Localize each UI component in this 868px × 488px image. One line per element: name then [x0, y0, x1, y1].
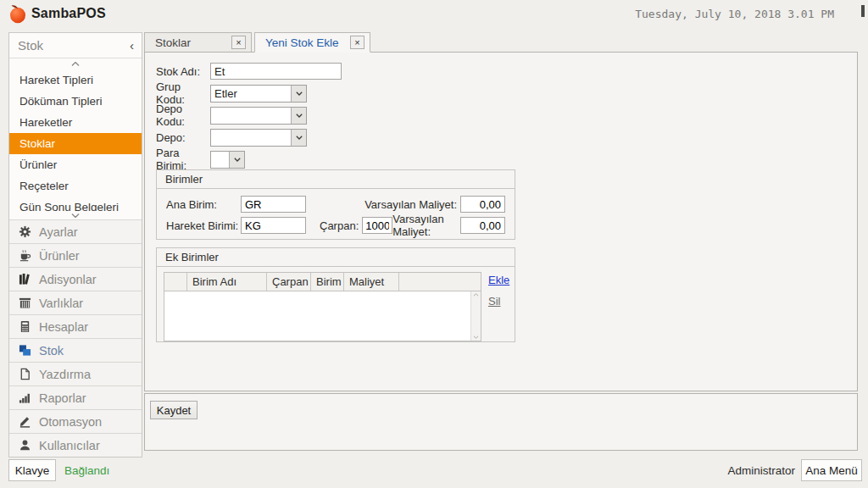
sidebar-section-urunler[interactable]: Ürünler: [9, 243, 142, 267]
close-icon[interactable]: ×: [350, 36, 364, 49]
sidebar-section-adisyonlar[interactable]: Adisyonlar: [9, 267, 142, 291]
field-row-group-code: Grup Kodu: Etler: [156, 85, 342, 102]
chevron-down-icon[interactable]: [229, 152, 244, 168]
combobox-value: [211, 130, 291, 146]
sidebar-section-kullanicilar[interactable]: Kullanıcılar: [9, 433, 142, 457]
default-cost-label: Varsayılan Maliyet:: [392, 213, 457, 238]
pepper-logo-icon: [8, 3, 27, 24]
field-row-warehouse-code: Depo Kodu:: [156, 107, 342, 124]
coffee-cup-icon: [18, 249, 31, 263]
stock-name-input[interactable]: [210, 63, 342, 80]
gear-icon: [18, 225, 31, 239]
books-icon: [18, 273, 31, 286]
chevron-down-icon[interactable]: [291, 108, 306, 124]
sidebar-section-raporlar[interactable]: Raporlar: [9, 385, 142, 409]
grid-body-empty[interactable]: [164, 291, 481, 341]
main-menu-button[interactable]: Ana Menü: [801, 459, 862, 481]
grid-header-multiplier: Çarpan: [267, 273, 311, 291]
warehouse-label: Depo:: [156, 131, 210, 144]
delete-unit-link[interactable]: Sil: [488, 295, 500, 308]
footer-bar: Klavye Bağlandı Administrator Ana Menü: [0, 458, 868, 488]
default-cost-row1: Varsayılan Maliyet:: [364, 196, 505, 213]
field-row-warehouse: Depo:: [156, 129, 342, 146]
currency-combobox[interactable]: [210, 151, 245, 169]
sidebar-section-otomasyon[interactable]: Otomasyon: [9, 409, 142, 433]
keyboard-button[interactable]: Klavye: [8, 459, 56, 481]
clock-datetime: Tuesday, July 10, 2018 3.01 PM: [635, 8, 834, 20]
add-unit-link[interactable]: Ekle: [488, 274, 509, 286]
stock-form-panel: Stok Adı: Grup Kodu: Etler Depo Kodu: De…: [144, 52, 858, 391]
extra-units-grid: Birim Adı Çarpan Birim Maliyet: [164, 272, 481, 341]
section-label: Stok: [39, 344, 64, 358]
collapse-icon[interactable]: ‹: [130, 39, 134, 52]
section-label: Kullanıcılar: [39, 439, 100, 452]
logged-in-user: Administrator: [727, 464, 795, 477]
tab-stoklar[interactable]: Stoklar ×: [144, 32, 252, 53]
grid-header-blank: [164, 273, 187, 291]
warehouse-combobox[interactable]: [210, 129, 307, 147]
base-unit-input[interactable]: [241, 196, 306, 213]
save-button[interactable]: Kaydet: [150, 401, 198, 419]
sidebar-item-gun-sonu-belgeleri[interactable]: Gün Sonu Belgeleri: [9, 197, 142, 211]
currency-label: Para Birimi:: [156, 147, 210, 172]
section-label: Hesaplar: [39, 320, 88, 334]
chevron-down-icon[interactable]: [291, 130, 306, 146]
base-unit-row: Ana Birim: Varsayılan Maliyet:: [166, 196, 505, 213]
units-groupbox: Birimler Ana Birim: Varsayılan Maliyet: …: [156, 169, 515, 240]
sidebar-item-urunler[interactable]: Ürünler: [9, 154, 142, 175]
top-bar: SambaPOS Tuesday, July 10, 2018 3.01 PM: [0, 0, 868, 27]
chevron-up-icon: [473, 293, 479, 297]
sidebar-section-yazdirma[interactable]: Yazdırma: [9, 362, 142, 385]
layers-icon: [18, 344, 31, 358]
default-cost-input-1[interactable]: [460, 196, 505, 213]
window-edge-mark: [861, 5, 865, 17]
tab-yeni-stok-ekle[interactable]: Yeni Stok Ekle ×: [254, 32, 370, 53]
sidebar-section-ayarlar[interactable]: Ayarlar: [9, 219, 142, 243]
close-icon[interactable]: ×: [231, 36, 246, 49]
extra-units-groupbox-title: Ek Birimler: [157, 248, 515, 267]
sidebar-title: Stok: [18, 38, 43, 53]
section-label: Ürünler: [39, 249, 80, 263]
field-row-stock-name: Stok Adı:: [156, 63, 342, 80]
sidebar-item-dokuman-tipleri[interactable]: Döküman Tipleri: [9, 91, 142, 112]
sidebar-section-varliklar[interactable]: Varlıklar: [9, 291, 142, 314]
default-cost-label: Varsayılan Maliyet:: [364, 198, 457, 211]
default-cost-row2: Varsayılan Maliyet:: [392, 213, 505, 238]
stock-name-label: Stok Adı:: [156, 65, 210, 78]
chevron-down-icon[interactable]: [291, 86, 306, 102]
multiplier-input[interactable]: [362, 217, 392, 234]
sidebar-item-receteler[interactable]: Reçeteler: [9, 175, 142, 197]
group-code-combobox[interactable]: Etler: [210, 85, 307, 103]
grid-vertical-scrollbar[interactable]: [470, 291, 481, 341]
grid-header-blank-end: [399, 273, 481, 291]
tab-strip: Stoklar × Yeni Stok Ekle ×: [144, 32, 370, 53]
section-label: Raporlar: [39, 391, 86, 405]
grid-header-unit: Birim: [311, 273, 344, 291]
storefront-icon: [18, 297, 31, 310]
section-label: Adisyonlar: [39, 273, 97, 286]
section-label: Ayarlar: [39, 225, 78, 239]
sidebar-section-hesaplar[interactable]: Hesaplar: [9, 314, 142, 338]
sidebar-item-stoklar[interactable]: Stoklar: [9, 133, 142, 154]
section-label: Otomasyon: [39, 415, 102, 429]
transaction-unit-input[interactable]: [241, 217, 306, 234]
default-cost-input-2[interactable]: [460, 217, 505, 234]
sidebar-item-hareketler[interactable]: Hareketler: [9, 112, 142, 133]
warehouse-code-combobox[interactable]: [210, 107, 307, 125]
section-label: Yazdırma: [39, 368, 91, 381]
sidebar-section-stok[interactable]: Stok: [9, 338, 142, 362]
sidebar: Stok ‹ Hareket Tipleri Döküman Tipleri H…: [8, 32, 142, 458]
combobox-value: Etler: [211, 86, 291, 102]
extra-units-groupbox: Ek Birimler Birim Adı Çarpan Birim Maliy…: [156, 247, 515, 342]
sidebar-header: Stok ‹: [9, 33, 142, 58]
tab-label: Yeni Stok Ekle: [265, 36, 339, 49]
multiplier-label: Çarpan:: [320, 219, 359, 232]
menu-scroll-up[interactable]: [9, 58, 142, 69]
grid-header-row: Birim Adı Çarpan Birim Maliyet: [164, 272, 481, 291]
sidebar-item-hareket-tipleri[interactable]: Hareket Tipleri: [9, 69, 142, 91]
document-icon: [18, 368, 31, 381]
tab-label: Stoklar: [155, 36, 191, 49]
chevron-down-icon: [71, 214, 80, 218]
warehouse-code-label: Depo Kodu:: [156, 103, 210, 128]
user-icon: [18, 439, 31, 452]
